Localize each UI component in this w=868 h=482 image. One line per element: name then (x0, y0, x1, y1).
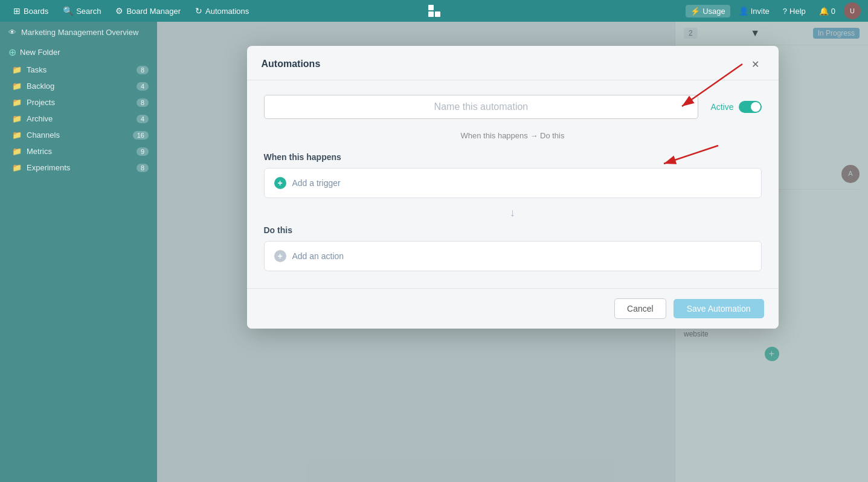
folder-icon-experiments: 📁 (12, 163, 22, 172)
sidebar-item-archive[interactable]: 📁 Archive 4 (0, 111, 157, 127)
invite-icon: 👤 (739, 7, 748, 16)
sidebar-label-backlog: Backlog (27, 82, 54, 91)
plus-icon-action: + (274, 250, 286, 262)
cancel-button[interactable]: Cancel (614, 298, 666, 319)
automations-modal: Automations ✕ Active (247, 46, 779, 329)
folder-icon-backlog: 📁 (12, 82, 22, 91)
sidebar-badge-backlog: 4 (137, 82, 149, 91)
search-button[interactable]: 🔍 Search (57, 4, 107, 18)
usage-icon: ⚡ (690, 7, 700, 16)
name-row: Active (264, 95, 762, 119)
sidebar-label-projects: Projects (27, 98, 55, 107)
sidebar-label-tasks: Tasks (27, 65, 47, 74)
sidebar-badge-projects: 8 (137, 98, 149, 107)
modal-backdrop: Automations ✕ Active (157, 22, 868, 482)
boards-button[interactable]: ⊞ Boards (7, 4, 54, 18)
automation-name-input[interactable] (264, 95, 699, 119)
folder-icon-channels: 📁 (12, 130, 22, 140)
modal-title: Automations (262, 59, 321, 69)
add-trigger-label: Add a trigger (292, 178, 341, 188)
board-manager-button[interactable]: ⚙ Board Manager (109, 4, 187, 18)
notifications-count: 0 (831, 7, 835, 16)
toggle-knob (751, 102, 760, 112)
eye-icon: 👁 (8, 28, 16, 37)
active-row: Active (710, 101, 761, 113)
sidebar-badge-experiments: 8 (137, 164, 149, 172)
automations-label: Automations (205, 7, 249, 16)
invite-button[interactable]: 👤 Invite (734, 5, 774, 18)
help-icon: ? (783, 7, 787, 16)
save-automation-button[interactable]: Save Automation (674, 299, 764, 318)
avatar[interactable]: U (844, 2, 861, 19)
boards-label: Boards (24, 7, 48, 16)
help-label: Help (789, 7, 806, 16)
sidebar-badge-tasks: 8 (137, 66, 149, 74)
plus-circle-icon: ⊕ (8, 47, 16, 58)
active-toggle[interactable] (739, 101, 762, 113)
sidebar-item-projects[interactable]: 📁 Projects 8 (0, 94, 157, 111)
sidebar-item-channels[interactable]: 📁 Channels 16 (0, 127, 157, 143)
folder-icon-tasks: 📁 (12, 65, 22, 74)
automations-button[interactable]: ↻ Automations (189, 4, 255, 18)
main-layout: 👁 Marketing Management Overview ⊕ New Fo… (0, 22, 868, 482)
notifications-button[interactable]: 🔔 0 (814, 5, 840, 18)
new-folder-label: New Folder (20, 48, 60, 57)
sidebar-badge-metrics: 9 (137, 147, 149, 156)
sidebar-badge-archive: 4 (137, 115, 149, 123)
down-arrow-icon: ↓ (510, 207, 515, 219)
topnav-right-section: ⚡ Usage 👤 Invite ? Help 🔔 0 U (686, 2, 861, 19)
usage-label: Usage (702, 7, 725, 16)
search-icon: 🔍 (63, 6, 73, 16)
sidebar-item-experiments[interactable]: 📁 Experiments 8 (0, 159, 157, 176)
add-action-button[interactable]: + Add an action (264, 241, 762, 271)
when-title: When this happens (264, 152, 762, 162)
plus-icon-trigger: + (274, 177, 286, 189)
board-manager-label: Board Manager (126, 7, 181, 16)
top-navigation: ⊞ Boards 🔍 Search ⚙ Board Manager ↻ Auto… (0, 0, 868, 22)
sidebar-item-backlog[interactable]: 📁 Backlog 4 (0, 78, 157, 94)
arrow-down-container: ↓ (264, 201, 762, 225)
add-trigger-button[interactable]: + Add a trigger (264, 168, 762, 198)
automations-icon: ↻ (195, 6, 202, 16)
active-label: Active (710, 102, 733, 112)
bell-icon: 🔔 (819, 7, 829, 16)
flow-label: When this happens → Do this (264, 131, 762, 140)
usage-button[interactable]: ⚡ Usage (686, 5, 730, 18)
sidebar-label-channels: Channels (27, 130, 60, 140)
do-title: Do this (264, 225, 762, 235)
add-action-label: Add an action (292, 251, 344, 261)
flow-text: When this happens → Do this (461, 131, 565, 140)
sidebar-header: 👁 Marketing Management Overview (0, 22, 157, 43)
modal-header: Automations ✕ (247, 46, 779, 80)
gear-icon: ⚙ (115, 6, 123, 16)
invite-label: Invite (751, 7, 770, 16)
modal-body: Active When this happens → Do this When … (247, 80, 779, 288)
new-folder-button[interactable]: ⊕ New Folder (0, 43, 157, 62)
sidebar-label-experiments: Experiments (27, 163, 70, 172)
folder-icon-archive: 📁 (12, 114, 22, 123)
sidebar-label-metrics: Metrics (27, 147, 52, 156)
page-title: Marketing Management Overview (21, 28, 138, 37)
modal-footer: Cancel Save Automation (247, 288, 779, 329)
folder-icon-metrics: 📁 (12, 147, 22, 156)
content-area: 2 ▼ In Progress h Adrian Andrews uct man… (157, 22, 868, 482)
sidebar: 👁 Marketing Management Overview ⊕ New Fo… (0, 22, 157, 482)
app-logo (428, 5, 440, 17)
sidebar-item-metrics[interactable]: 📁 Metrics 9 (0, 143, 157, 159)
boards-icon: ⊞ (13, 6, 21, 16)
search-label: Search (76, 7, 101, 16)
sidebar-label-archive: Archive (27, 114, 53, 123)
help-button[interactable]: ? Help (778, 5, 811, 18)
folder-icon-projects: 📁 (12, 98, 22, 107)
modal-close-button[interactable]: ✕ (747, 56, 764, 72)
sidebar-item-tasks[interactable]: 📁 Tasks 8 (0, 62, 157, 78)
sidebar-badge-channels: 16 (133, 131, 149, 140)
